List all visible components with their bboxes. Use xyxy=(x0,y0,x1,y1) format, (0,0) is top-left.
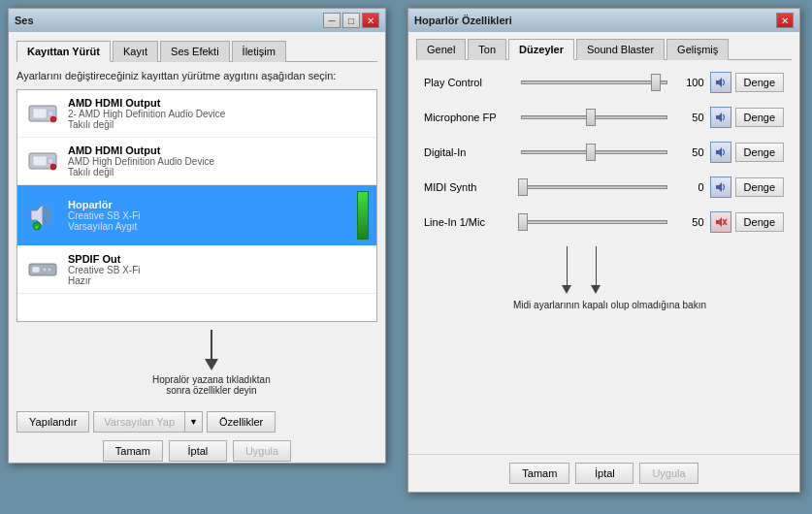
ses-tabs: Kayıttan Yürüt Kayıt Ses Efekti İletişim xyxy=(16,40,377,62)
tab-duzeyler[interactable]: Düzeyler xyxy=(508,39,574,60)
mixer-value-digital: 50 xyxy=(673,146,704,158)
tab-ton[interactable]: Ton xyxy=(468,39,506,60)
slider-play[interactable] xyxy=(521,73,667,92)
varsayilan-yap-button[interactable]: Varsayılan Yap xyxy=(93,411,184,433)
device-sub2-amd2: Takılı değil xyxy=(68,167,369,177)
denge-btn-mic[interactable]: Denge xyxy=(735,108,784,127)
mixer-label-play: Play Control xyxy=(424,77,521,88)
device-icon-spdif xyxy=(25,252,60,287)
svg-point-7 xyxy=(50,164,56,170)
hop-title-bar: Hoparlör Özellikleri ✕ xyxy=(408,9,799,32)
ses-minimize-button[interactable]: ─ xyxy=(323,13,341,28)
annotation-line xyxy=(211,330,212,359)
svg-text:✓: ✓ xyxy=(35,224,39,230)
hop-dialog-buttons: Tamam İptal Uygula xyxy=(408,454,799,492)
annotation-arrowhead xyxy=(205,359,218,370)
device-name-spdif: SPDIF Out xyxy=(68,253,369,265)
denge-btn-play[interactable]: Denge xyxy=(735,73,784,92)
tab-kayit[interactable]: Kayıt xyxy=(113,41,158,62)
denge-btn-digital[interactable]: Denge xyxy=(735,143,784,162)
varsayilan-yap-arrow[interactable]: ▼ xyxy=(184,411,203,433)
speaker-btn-linein[interactable] xyxy=(710,211,731,233)
tab-iletisim[interactable]: İletişim xyxy=(232,41,286,62)
midi-arrowhead-left xyxy=(562,285,571,294)
ses-iptal-button[interactable]: İptal xyxy=(169,440,227,462)
mixer-label-digital: Digital-In xyxy=(424,146,521,158)
svg-point-13 xyxy=(43,268,47,272)
slider-linein[interactable] xyxy=(521,212,667,232)
svg-point-6 xyxy=(48,158,53,164)
denge-btn-linein[interactable]: Denge xyxy=(735,212,784,232)
svg-rect-12 xyxy=(32,267,40,273)
hop-close-button[interactable]: ✕ xyxy=(776,13,794,28)
mixer-value-play: 100 xyxy=(673,77,704,88)
svg-rect-1 xyxy=(33,109,47,118)
midi-arrow-left xyxy=(562,246,571,294)
tab-kayittan-yurut[interactable]: Kayıttan Yürüt xyxy=(16,41,111,62)
speaker-btn-mic[interactable] xyxy=(710,107,731,128)
svg-marker-18 xyxy=(716,182,722,192)
slider-thumb-digital[interactable] xyxy=(586,144,596,161)
slider-mic[interactable] xyxy=(521,108,667,127)
slider-track-midi xyxy=(521,185,667,189)
device-name-amd2: AMD HDMI Output xyxy=(68,145,369,156)
mixer-row-play-control: Play Control 100 Denge xyxy=(416,72,792,93)
device-name-hoparlor: Hoparlör xyxy=(68,199,353,210)
slider-track-mic xyxy=(521,115,667,119)
slider-thumb-play[interactable] xyxy=(651,74,661,91)
hop-tamam-button[interactable]: Tamam xyxy=(509,463,569,484)
ses-action-buttons: Yapılandır Varsayılan Yap ▼ Özellikler xyxy=(16,411,377,433)
hop-dialog: Hoparlör Özellikleri ✕ Genel Ton Düzeyle… xyxy=(407,8,800,493)
device-list: AMD HDMI Output 2- AMD High Definition A… xyxy=(16,89,377,322)
mixer-value-midi: 0 xyxy=(673,181,704,193)
mixer-row-mic: Microphone FP 50 Denge xyxy=(416,107,792,128)
slider-thumb-midi[interactable] xyxy=(518,178,528,196)
tab-sound-blaster[interactable]: Sound Blaster xyxy=(576,39,665,60)
ses-maximize-button[interactable]: □ xyxy=(342,13,360,28)
hop-uygula-button[interactable]: Uygula xyxy=(639,463,698,484)
device-info-amd1: AMD HDMI Output 2- AMD High Definition A… xyxy=(68,97,369,130)
device-item-hoparlor[interactable]: ✓ Hoparlör Creative SB X-Fi Varsayılan A… xyxy=(17,185,376,246)
device-item-spdif[interactable]: SPDIF Out Creative SB X-Fi Hazır xyxy=(17,246,376,294)
device-info-amd2: AMD HDMI Output AMD High Definition Audi… xyxy=(68,145,369,177)
midi-arrowhead-right xyxy=(591,285,601,294)
svg-marker-15 xyxy=(716,78,722,87)
midi-annotation-container: Midi ayarlarının kapalı olup olmadığına … xyxy=(465,246,812,310)
speaker-btn-play[interactable] xyxy=(710,72,731,93)
ses-title-bar: Ses ─ □ ✕ xyxy=(9,9,385,32)
tab-ses-efekti[interactable]: Ses Efekti xyxy=(160,41,230,62)
ses-close-button[interactable]: ✕ xyxy=(362,13,379,28)
device-item-amd2[interactable]: AMD HDMI Output AMD High Definition Audi… xyxy=(17,138,376,185)
device-item-amd1[interactable]: AMD HDMI Output 2- AMD High Definition A… xyxy=(17,90,376,138)
device-sub1-amd1: 2- AMD High Definition Audio Device xyxy=(68,109,369,119)
mixer-label-midi: MIDI Synth xyxy=(424,181,521,193)
slider-thumb-mic[interactable] xyxy=(586,109,596,126)
device-info-spdif: SPDIF Out Creative SB X-Fi Hazır xyxy=(68,253,369,286)
svg-point-2 xyxy=(48,111,53,116)
yapilandir-button[interactable]: Yapılandır xyxy=(16,411,89,433)
mixer-label-mic: Microphone FP xyxy=(424,112,521,123)
speaker-btn-midi[interactable] xyxy=(710,177,731,198)
mixer-value-linein: 50 xyxy=(673,216,704,228)
ses-uygula-button[interactable]: Uygula xyxy=(233,440,291,462)
tab-gelismis[interactable]: Gelişmiş xyxy=(666,39,729,60)
ozellikler-button[interactable]: Özellikler xyxy=(207,411,276,433)
slider-midi[interactable] xyxy=(521,177,667,197)
mixer-row-linein: Line-In 1/Mic 50 Denge xyxy=(416,211,792,233)
device-sub2-hoparlor: Varsayılan Aygıt xyxy=(68,221,353,232)
ses-tamam-button[interactable]: Tamam xyxy=(103,440,163,462)
svg-marker-17 xyxy=(716,147,722,157)
denge-btn-midi[interactable]: Denge xyxy=(735,177,784,197)
midi-arrow-lines xyxy=(562,246,601,294)
slider-digital[interactable] xyxy=(521,143,667,162)
mixer-area: Play Control 100 Denge Microphone FP xyxy=(416,68,792,314)
mixer-row-digital: Digital-In 50 Denge xyxy=(416,142,792,163)
speaker-btn-digital[interactable] xyxy=(710,142,731,163)
device-icon-amd1 xyxy=(25,96,60,131)
tab-genel[interactable]: Genel xyxy=(416,39,466,60)
midi-arrow-right xyxy=(591,246,601,294)
annotation-text: Hopralör yazana tıkladıktan sonra özelli… xyxy=(152,374,271,396)
hop-iptal-button[interactable]: İptal xyxy=(575,463,633,484)
slider-thumb-linein[interactable] xyxy=(518,213,528,231)
hop-title-controls: ✕ xyxy=(776,13,794,28)
